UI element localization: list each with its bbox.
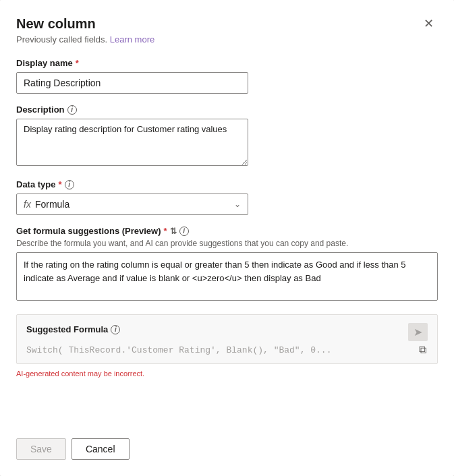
description-label: Description i	[16, 105, 438, 115]
copy-icon: ⧉	[419, 344, 426, 355]
fx-icon: fx	[24, 199, 31, 210]
suggested-formula-section: Suggested Formula i ➤ Switch( ThisRecord…	[16, 314, 438, 364]
data-type-select-wrapper: fx Formula ⌄	[16, 194, 248, 215]
select-left: fx Formula	[24, 199, 69, 210]
modal-subtitle: Previously called fields. Learn more	[16, 34, 438, 44]
formula-outer: If the rating on the rating column is eq…	[16, 252, 438, 301]
formula-suggestions-group: Get formula suggestions (Preview) * ⇅ i …	[16, 226, 438, 301]
formula-suggestions-label: Get formula suggestions (Preview) * ⇅ i	[16, 226, 438, 236]
data-type-value: Formula	[35, 199, 69, 210]
data-type-label: Data type * i	[16, 179, 438, 189]
suggested-formula-row: Switch( ThisRecord.'Customer Rating', Bl…	[26, 345, 428, 355]
learn-more-link[interactable]: Learn more	[110, 34, 154, 44]
chevron-down-icon: ⌄	[234, 200, 241, 209]
formula-suggestions-info-icon: i	[179, 227, 189, 236]
data-type-required: *	[59, 179, 62, 189]
suggested-formula-text: Switch( ThisRecord.'Customer Rating', Bl…	[26, 345, 428, 355]
modal-header: New column ✕	[16, 16, 438, 32]
close-button[interactable]: ✕	[420, 16, 438, 31]
display-name-label: Display name *	[16, 58, 438, 68]
data-type-info-icon: i	[65, 180, 74, 189]
send-icon: ➤	[414, 326, 422, 338]
formula-input[interactable]: If the rating on the rating column is eq…	[16, 252, 438, 301]
formula-hint: Describe the formula you want, and AI ca…	[16, 239, 438, 248]
suggested-formula-info-icon: i	[111, 325, 120, 334]
display-name-group: Display name *	[16, 58, 438, 94]
new-column-modal: New column ✕ Previously called fields. L…	[0, 0, 454, 476]
data-type-group: Data type * i fx Formula ⌄	[16, 179, 438, 215]
footer-buttons: Save Cancel	[16, 433, 438, 460]
cancel-button[interactable]: Cancel	[72, 438, 130, 460]
close-icon: ✕	[424, 17, 434, 30]
copy-button[interactable]: ⧉	[418, 343, 428, 357]
description-info-icon: i	[67, 105, 77, 115]
refresh-icon[interactable]: ⇅	[170, 227, 177, 236]
modal-title: New column	[16, 16, 96, 32]
ai-warning: AI-generated content may be incorrect.	[16, 369, 438, 378]
display-name-required: *	[76, 58, 79, 68]
description-textarea[interactable]: Display rating description for Customer …	[16, 119, 248, 166]
formula-suggestions-required: *	[164, 226, 167, 236]
save-button: Save	[16, 438, 66, 460]
data-type-select[interactable]: fx Formula ⌄	[16, 194, 248, 215]
suggested-formula-label: Suggested Formula i	[26, 324, 120, 334]
description-group: Description i Display rating description…	[16, 105, 438, 169]
display-name-input[interactable]	[16, 72, 248, 94]
send-button[interactable]: ➤	[408, 323, 428, 341]
